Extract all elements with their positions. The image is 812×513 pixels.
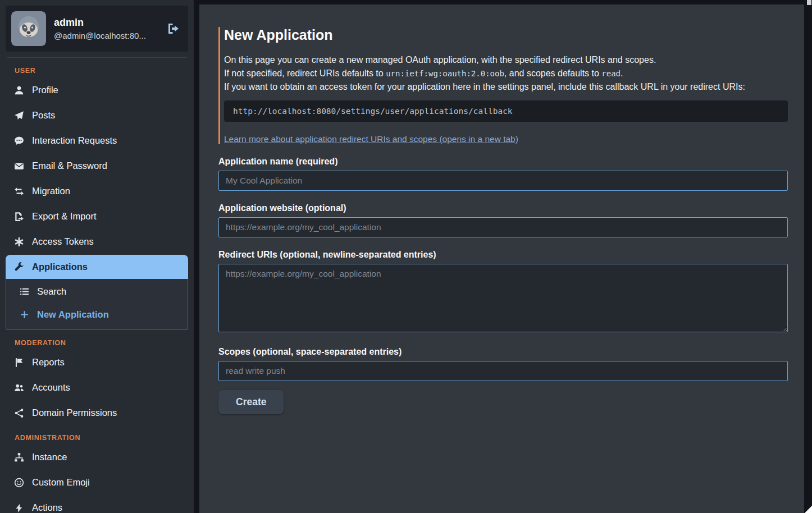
user-name: admin — [54, 17, 146, 29]
scrollbar-thumb[interactable] — [807, 0, 811, 5]
user-card[interactable]: admin @admin@localhost:80... — [6, 6, 188, 52]
sidebar-item-label: Reports — [32, 357, 65, 368]
application-website-field-group: Application website (optional) — [218, 203, 788, 237]
application-website-input[interactable] — [218, 217, 788, 237]
sidebar-item-label: Migration — [32, 186, 70, 196]
sidebar-item-reports[interactable]: Reports — [6, 350, 188, 374]
sidebar-item-label: Instance — [32, 452, 67, 462]
sidebar-item-applications-new[interactable]: New Application — [6, 304, 188, 326]
scopes-input[interactable] — [218, 361, 788, 381]
intro-line-2: If not specified, redirect URIs defaults… — [224, 67, 788, 80]
users-icon — [13, 383, 25, 393]
create-button[interactable]: Create — [218, 390, 284, 414]
sidebar: admin @admin@localhost:80... USER Profil… — [0, 0, 194, 513]
intro-line-3: If you want to obtain an access token fo… — [224, 80, 788, 94]
intro-line-2-text: . — [621, 68, 623, 78]
applications-submenu: Search New Application — [6, 279, 188, 330]
wrench-icon — [13, 262, 25, 272]
sidebar-item-label: Access Tokens — [32, 236, 94, 247]
sidebar-item-profile[interactable]: Profile — [6, 78, 188, 102]
sidebar-item-actions[interactable]: Actions — [6, 496, 188, 513]
sidebar-item-label: Custom Emoji — [32, 477, 90, 488]
envelope-icon — [13, 161, 25, 171]
new-application-form: Application name (required) Application … — [218, 157, 788, 414]
section-label-administration: ADMINISTRATION — [15, 434, 188, 442]
comment-icon — [13, 136, 25, 146]
redirect-uris-label: Redirect URIs (optional, newline-separat… — [218, 250, 788, 260]
sidebar-item-instance[interactable]: Instance — [6, 445, 188, 469]
sidebar-item-label: Profile — [32, 85, 58, 95]
intro-line-2-text: If not specified, redirect URIs defaults… — [224, 68, 386, 78]
intro-section: New Application On this page you can cre… — [218, 27, 788, 144]
learn-more-link[interactable]: Learn more about application redirect UR… — [224, 134, 518, 144]
user-info: admin @admin@localhost:80... — [54, 17, 146, 40]
exchange-icon — [13, 186, 25, 196]
plus-icon — [19, 310, 30, 319]
sidebar-item-accounts[interactable]: Accounts — [6, 375, 188, 400]
sidebar-item-posts[interactable]: Posts — [6, 103, 188, 127]
resize-corner — [805, 506, 812, 513]
callback-url-code-block: http://localhost:8080/settings/user/appl… — [224, 100, 788, 122]
bolt-icon — [13, 503, 25, 513]
sidebar-item-label: Actions — [32, 502, 62, 513]
read-scope-code: read — [601, 69, 621, 78]
avatar — [11, 11, 46, 46]
redirect-uris-field-group: Redirect URIs (optional, newline-separat… — [218, 250, 788, 335]
redirect-uris-textarea[interactable] — [218, 264, 788, 332]
sidebar-item-label: Email & Password — [32, 161, 107, 171]
smiley-icon — [13, 478, 25, 488]
sidebar-item-interaction-requests[interactable]: Interaction Requests — [6, 129, 188, 153]
intro-line-2-text: , and scopes defaults to — [504, 68, 601, 78]
sidebar-item-label: Export & Import — [32, 211, 97, 222]
share-nodes-icon — [13, 408, 25, 418]
user-handle: @admin@localhost:80... — [54, 31, 146, 40]
divider — [7, 57, 187, 58]
section-label-moderation: MODERATION — [15, 339, 188, 347]
sidebar-item-label: Accounts — [32, 382, 70, 393]
sidebar-item-label: Domain Permissions — [32, 407, 117, 418]
sidebar-item-access-tokens[interactable]: Access Tokens — [6, 230, 188, 254]
sidebar-item-email-password[interactable]: Email & Password — [6, 154, 188, 178]
sitemap-icon — [13, 452, 25, 462]
sidebar-item-custom-emoji[interactable]: Custom Emoji — [6, 470, 188, 494]
file-export-icon — [13, 212, 25, 222]
logout-icon[interactable] — [165, 20, 183, 38]
sidebar-item-domain-permissions[interactable]: Domain Permissions — [6, 401, 188, 425]
main-panel: New Application On this page you can cre… — [199, 4, 804, 513]
asterisk-icon — [13, 237, 25, 247]
section-label-user: USER — [15, 67, 188, 75]
application-name-field-group: Application name (required) — [218, 157, 788, 191]
sidebar-item-applications[interactable]: Applications — [6, 255, 188, 279]
sidebar-item-export-import[interactable]: Export & Import — [6, 204, 188, 228]
sidebar-item-applications-search[interactable]: Search — [6, 281, 188, 303]
paper-plane-icon — [13, 111, 25, 121]
scopes-field-group: Scopes (optional, space-separated entrie… — [218, 347, 788, 381]
sidebar-item-label: New Application — [37, 309, 109, 320]
intro-line-1: On this page you can create a new manage… — [224, 53, 788, 67]
application-name-label: Application name (required) — [218, 157, 788, 167]
flag-icon — [13, 358, 25, 368]
sidebar-item-label: Search — [37, 286, 66, 297]
sidebar-item-label: Posts — [32, 110, 55, 121]
oob-uri-code: urn:ietf:wg:oauth:2.0:oob — [386, 69, 504, 78]
user-icon — [13, 85, 25, 95]
sidebar-item-label: Interaction Requests — [32, 135, 117, 146]
page-title: New Application — [224, 27, 788, 43]
scopes-label: Scopes (optional, space-separated entrie… — [218, 347, 788, 357]
sidebar-item-label: Applications — [32, 262, 88, 272]
application-name-input[interactable] — [218, 171, 788, 191]
sidebar-item-migration[interactable]: Migration — [6, 179, 188, 203]
application-website-label: Application website (optional) — [218, 203, 788, 213]
list-icon — [19, 287, 30, 296]
